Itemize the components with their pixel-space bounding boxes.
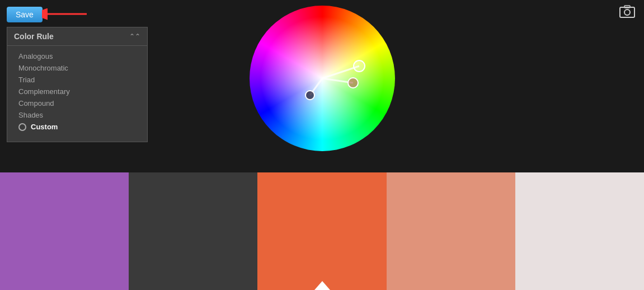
- color-wheel-container: [250, 6, 395, 151]
- color-swatches: [0, 172, 644, 290]
- color-rule-label: Monochromatic: [18, 64, 68, 72]
- panel-title: Color Rule: [14, 32, 54, 41]
- color-rule-item-custom[interactable]: Custom: [7, 121, 147, 133]
- collapse-icon[interactable]: ⌃⌃: [129, 32, 140, 40]
- panel-header[interactable]: Color Rule ⌃⌃: [7, 27, 147, 46]
- color-rule-item-shades[interactable]: Shades: [7, 109, 147, 121]
- color-rule-item-analogous[interactable]: Analogous: [7, 50, 147, 62]
- color-rule-label: Custom: [31, 123, 58, 131]
- swatch-salmon[interactable]: [387, 172, 515, 290]
- radio-circle: [18, 123, 26, 131]
- color-rule-label: Compound: [18, 99, 54, 107]
- swatch-purple[interactable]: [0, 172, 129, 290]
- color-rule-item-compound[interactable]: Compound: [7, 97, 147, 109]
- swatch-orange[interactable]: [257, 172, 386, 290]
- color-rule-label: Shades: [18, 111, 43, 119]
- wheel-svg: [250, 6, 395, 151]
- camera-icon[interactable]: [619, 4, 635, 21]
- color-rule-label: Complementary: [18, 87, 70, 96]
- svg-point-6: [354, 60, 365, 72]
- arrow-indicator: [42, 3, 87, 27]
- color-rule-label: Analogous: [18, 52, 53, 60]
- save-button[interactable]: Save: [7, 7, 43, 22]
- color-rule-panel: Color Rule ⌃⌃ AnalogousMonochromaticTria…: [7, 27, 148, 142]
- color-wheel[interactable]: [250, 6, 395, 151]
- color-rule-item-triad[interactable]: Triad: [7, 74, 147, 86]
- color-rule-label: Triad: [18, 76, 35, 84]
- svg-point-5: [305, 91, 314, 100]
- svg-point-7: [348, 78, 358, 88]
- color-rule-list: AnalogousMonochromaticTriadComplementary…: [7, 46, 147, 137]
- svg-rect-8: [620, 7, 634, 17]
- swatch-dark[interactable]: [129, 172, 257, 290]
- svg-point-9: [624, 10, 630, 15]
- swatch-light[interactable]: [515, 172, 644, 290]
- active-swatch-marker: [314, 281, 330, 290]
- color-rule-item-monochromatic[interactable]: Monochromatic: [7, 62, 147, 74]
- color-rule-item-complementary[interactable]: Complementary: [7, 86, 147, 97]
